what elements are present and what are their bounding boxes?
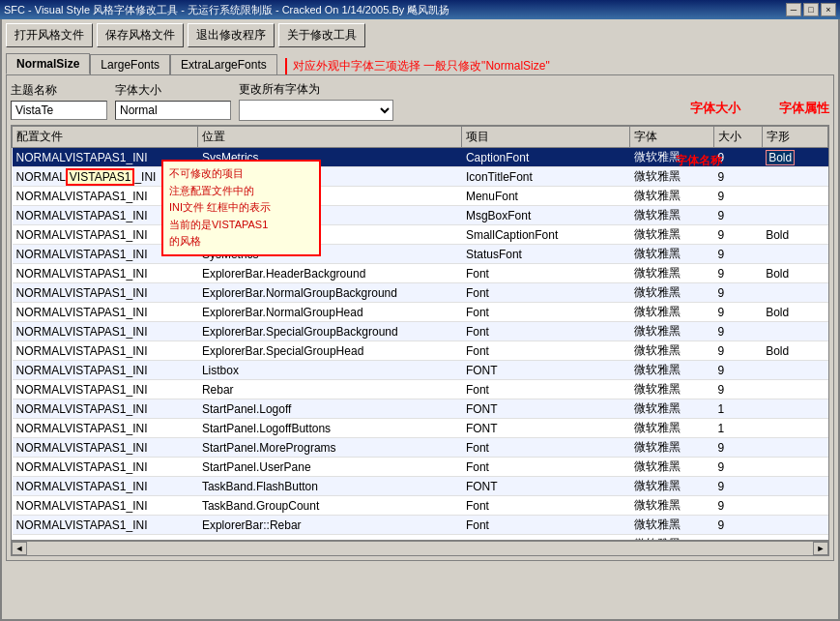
tab-largefonts[interactable]: LargeFonts xyxy=(90,54,170,74)
open-style-button[interactable]: 打开风格文件 xyxy=(6,23,93,47)
table-row[interactable]: NORMALVISTAPAS1_INISysMetricsStatusFont微… xyxy=(13,245,828,264)
cell-font: 微软雅黑 xyxy=(630,380,714,399)
table-row[interactable]: NORMALVISTAPAS1_INIListboxFONT微软雅黑9 xyxy=(13,361,828,380)
cell-size: 1 xyxy=(714,399,763,419)
col-size: 大小 xyxy=(714,127,763,148)
cell-shape xyxy=(762,187,827,206)
cell-shape xyxy=(762,399,827,419)
table-row[interactable]: NORMALVISTAPAS1_INIStart::ButtonFont微软雅黑… xyxy=(13,535,828,542)
tab-normalsize[interactable]: NormalSize xyxy=(6,53,90,74)
cell-font: 微软雅黑 xyxy=(630,361,714,380)
cell-position: Rebar xyxy=(198,380,462,399)
cell-shape xyxy=(762,361,827,380)
tab-extralargefonts[interactable]: ExtraLargeFonts xyxy=(170,54,277,74)
cell-font: 微软雅黑 xyxy=(630,187,714,206)
cell-item: SmallCaptionFont xyxy=(462,225,630,245)
fontsize-input[interactable] xyxy=(115,101,231,120)
cell-config: NORMALVISTAPAS1_INI xyxy=(13,303,198,322)
cell-font: 微软雅黑 xyxy=(630,303,714,322)
cell-item: Font xyxy=(462,496,630,516)
cell-font: 微软雅黑 xyxy=(630,535,714,542)
cell-size: 9 xyxy=(714,187,763,206)
table-row[interactable]: NORMALVISTAPAS1_INIStartPanel.LogoffFONT… xyxy=(13,399,828,419)
table-row[interactable]: NORMALVISTAPAS1_INIExplorerBar::RebarFon… xyxy=(13,516,828,535)
cell-position: Listbox xyxy=(198,361,462,380)
maximize-button[interactable]: □ xyxy=(803,3,819,16)
cell-config: NORMALVISTAPAS1_INI xyxy=(13,380,198,399)
cell-size: 9 xyxy=(714,167,763,187)
cell-position: TaskBand.FlashButton xyxy=(198,477,462,496)
cell-item: MenuFont xyxy=(462,187,630,206)
table-row[interactable]: NORMALVISTAPAS1_INISysMetricsIconTitleFo… xyxy=(13,167,828,187)
close-button[interactable]: × xyxy=(821,3,836,16)
cell-item: IconTitleFont xyxy=(462,167,630,187)
cell-size: 9 xyxy=(714,516,763,535)
minimize-button[interactable]: ─ xyxy=(786,3,801,16)
cell-font: 微软雅黑 xyxy=(630,438,714,458)
cell-size: 1 xyxy=(714,419,763,438)
cell-size: 9 xyxy=(714,361,763,380)
cell-shape xyxy=(762,167,827,187)
cell-shape xyxy=(762,283,827,303)
cell-config: NORMALVISTAPAS1_INI xyxy=(13,535,198,542)
col-position: 位置 xyxy=(198,127,462,148)
cell-position: ExplorerBar.HeaderBackground xyxy=(198,264,462,283)
about-button[interactable]: 关于修改工具 xyxy=(278,23,365,47)
cell-position: StartPanel.UserPane xyxy=(198,458,462,477)
cell-font: 微软雅黑 xyxy=(630,167,714,187)
table-row[interactable]: NORMALVISTAPAS1_INIExplorerBar.SpecialGr… xyxy=(13,322,828,341)
cell-item: FONT xyxy=(462,399,630,419)
table-row[interactable]: NORMALVISTAPAS1_INISysMetricsMenuFont微软雅… xyxy=(13,187,828,206)
table-row[interactable]: NORMALVISTAPAS1_INIExplorerBar.NormalGro… xyxy=(13,283,828,303)
cell-item: Font xyxy=(462,341,630,361)
cell-item: Font xyxy=(462,322,630,341)
cell-config: NORMALVISTAPAS1_INI xyxy=(13,419,198,438)
cell-shape: Bold xyxy=(762,303,827,322)
table-row[interactable]: NORMALVISTAPAS1_INIExplorerBar.HeaderBac… xyxy=(13,264,828,283)
cell-item: Font xyxy=(462,264,630,283)
cell-config: NORMALVISTAPAS1_INI xyxy=(13,264,198,283)
title-bar-text: SFC - Visual Style 风格字体修改工具 - 无运行系统限制版 -… xyxy=(4,3,449,17)
cell-item: Font xyxy=(462,380,630,399)
cell-config: NORMALVISTAPAS1_INI xyxy=(13,283,198,303)
table-row[interactable]: NORMALVISTAPAS1_INITaskBand.FlashButtonF… xyxy=(13,477,828,496)
table-row[interactable]: NORMALVISTAPAS1_INISysMetricsMsgBoxFont微… xyxy=(13,206,828,225)
cell-size: 9 xyxy=(714,303,763,322)
scroll-right-btn[interactable]: ► xyxy=(813,542,828,555)
col-config: 配置文件 xyxy=(13,127,198,148)
scroll-left-btn[interactable]: ◄ xyxy=(12,542,27,555)
cell-shape: Bold xyxy=(762,264,827,283)
cell-size: 9 xyxy=(714,322,763,341)
font-name-label: 字体名称 xyxy=(676,153,722,169)
changeall-select[interactable] xyxy=(239,100,393,121)
main-window: 打开风格文件 保存风格文件 退出修改程序 关于修改工具 NormalSize L… xyxy=(0,19,840,621)
cell-size: 1 xyxy=(714,535,763,542)
cell-item: MsgBoxFont xyxy=(462,206,630,225)
table-row[interactable]: NORMALVISTAPAS1_INIExplorerBar.NormalGro… xyxy=(13,303,828,322)
cell-shape xyxy=(762,438,827,458)
exit-button[interactable]: 退出修改程序 xyxy=(188,23,275,47)
cell-font: 微软雅黑 xyxy=(630,322,714,341)
scrollbar-horizontal[interactable]: ◄ ► xyxy=(11,541,829,556)
table-row[interactable]: NORMALVISTAPAS1_INIExplorerBar.SpecialGr… xyxy=(13,341,828,361)
cell-shape xyxy=(762,206,827,225)
table-row[interactable]: NORMALVISTAPAS1_INIStartPanel.MoreProgra… xyxy=(13,438,828,458)
cell-shape xyxy=(762,380,827,399)
table-row[interactable]: NORMALVISTAPAS1_INIStartPanel.UserPaneFo… xyxy=(13,458,828,477)
cell-size: 9 xyxy=(714,264,763,283)
tooltip-box: 不可修改的项目注意配置文件中的INI文件 红框中的表示当前的是VISTAPAS1… xyxy=(161,160,321,256)
cell-item: FONT xyxy=(462,361,630,380)
toolbar: 打开风格文件 保存风格文件 退出修改程序 关于修改工具 xyxy=(6,23,834,47)
cell-shape xyxy=(762,516,827,535)
table-row[interactable]: NORMALVISTAPAS1_INISysMetricsSmallCaptio… xyxy=(13,225,828,245)
col-shape: 字形 xyxy=(762,127,827,148)
table-row[interactable]: NORMALVISTAPAS1_INIStartPanel.LogoffButt… xyxy=(13,419,828,438)
cell-item: Font xyxy=(462,303,630,322)
save-style-button[interactable]: 保存风格文件 xyxy=(97,23,184,47)
cell-position: TaskBand.GroupCount xyxy=(198,496,462,516)
data-table: 配置文件 位置 项目 字体 大小 字形 NORMALVISTAPAS1_INIS… xyxy=(12,126,828,541)
font-size-header-label: 字体大小 xyxy=(690,100,740,117)
theme-input[interactable] xyxy=(11,101,107,120)
table-row[interactable]: NORMALVISTAPAS1_INIRebarFont微软雅黑9 xyxy=(13,380,828,399)
table-row[interactable]: NORMALVISTAPAS1_INITaskBand.GroupCountFo… xyxy=(13,496,828,516)
